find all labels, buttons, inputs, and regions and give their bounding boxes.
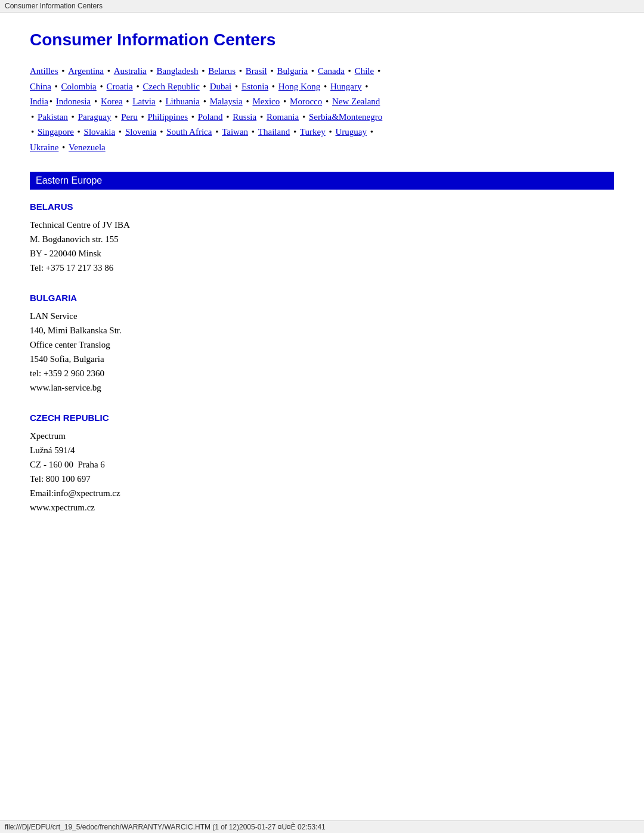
bullet: • <box>327 127 335 137</box>
country-name-bulgaria: BULGARIA <box>30 293 614 303</box>
link-russia[interactable]: Russia <box>233 112 256 122</box>
browser-title-text: Consumer Information Centers <box>5 2 103 10</box>
status-bar-text: file:///D|/EDFU/crt_19_5/edoc/french/WAR… <box>5 823 326 831</box>
bullet: • <box>116 127 124 137</box>
link-slovenia[interactable]: Slovenia <box>125 127 157 137</box>
section-header-text: Eastern Europe <box>36 175 102 185</box>
link-australia[interactable]: Australia <box>114 66 147 76</box>
bullet: • <box>75 127 83 137</box>
link-india[interactable]: India <box>30 97 48 106</box>
bullet: • <box>52 82 60 91</box>
link-slovakia[interactable]: Slovakia <box>84 127 116 137</box>
country-name-czech-republic: CZECH REPUBLIC <box>30 413 614 423</box>
link-uruguay[interactable]: Uruguay <box>336 127 367 137</box>
bullet: • <box>281 97 289 106</box>
country-section-belarus: BELARUS Technical Centre of JV IBA M. Bo… <box>30 202 614 275</box>
bullet: • <box>124 97 132 106</box>
bullet: • <box>92 97 100 106</box>
link-morocco[interactable]: Morocco <box>290 97 322 106</box>
link-argentina[interactable]: Argentina <box>68 66 104 76</box>
bullet: • <box>363 82 369 91</box>
bullet: • <box>49 97 55 106</box>
link-hong-kong[interactable]: Hong Kong <box>278 82 320 91</box>
link-paraguay[interactable]: Paraguay <box>78 112 112 122</box>
link-antilles[interactable]: Antilles <box>30 66 58 76</box>
bullet: • <box>201 82 209 91</box>
link-new-zealand[interactable]: New Zealand <box>332 97 380 106</box>
link-bangladesh[interactable]: Bangladesh <box>157 66 199 76</box>
link-canada[interactable]: Canada <box>318 66 345 76</box>
link-venezuela[interactable]: Venezuela <box>69 143 106 152</box>
link-taiwan[interactable]: Taiwan <box>222 127 248 137</box>
bullet: • <box>291 127 299 137</box>
link-turkey[interactable]: Turkey <box>300 127 326 137</box>
bullet: • <box>244 97 252 106</box>
bullet: • <box>368 127 373 137</box>
bullet: • <box>321 82 329 91</box>
link-dubai[interactable]: Dubai <box>210 82 232 91</box>
link-czech-republic[interactable]: Czech Republic <box>143 82 199 91</box>
country-section-bulgaria: BULGARIA LAN Service 140, Mimi Balkanska… <box>30 293 614 395</box>
link-china[interactable]: China <box>30 82 51 91</box>
link-romania[interactable]: Romania <box>267 112 299 122</box>
link-ukraine[interactable]: Ukraine <box>30 143 58 152</box>
bullet: • <box>98 82 106 91</box>
page-content: Consumer Information Centers Antilles • … <box>0 13 644 568</box>
country-details-bulgaria: LAN Service 140, Mimi Balkanska Str. Off… <box>30 309 614 395</box>
bullet: • <box>148 66 156 76</box>
status-bar: file:///D|/EDFU/crt_19_5/edoc/french/WAR… <box>0 820 644 833</box>
link-estonia[interactable]: Estonia <box>242 82 268 91</box>
link-pakistan[interactable]: Pakistan <box>38 112 68 122</box>
link-philippines[interactable]: Philippines <box>147 112 188 122</box>
links-section: Antilles • Argentina • Australia • Bangl… <box>30 64 614 155</box>
link-peru[interactable]: Peru <box>121 112 138 122</box>
bullet: • <box>60 66 67 76</box>
country-details-belarus: Technical Centre of JV IBA M. Bogdanovic… <box>30 218 614 275</box>
link-malaysia[interactable]: Malaysia <box>210 97 243 106</box>
link-mexico[interactable]: Mexico <box>252 97 280 106</box>
country-section-czech-republic: CZECH REPUBLIC Xpectrum Lužná 591/4 CZ -… <box>30 413 614 515</box>
bullet: • <box>323 97 331 106</box>
link-colombia[interactable]: Colombia <box>61 82 97 91</box>
link-lithuania[interactable]: Lithuania <box>165 97 199 106</box>
link-brasil[interactable]: Brasil <box>246 66 267 76</box>
bullet: • <box>31 127 36 137</box>
bullet: • <box>346 66 354 76</box>
bullet: • <box>189 112 197 122</box>
link-singapore[interactable]: Singapore <box>38 127 74 137</box>
link-indonesia[interactable]: Indonesia <box>56 97 91 106</box>
bullet: • <box>134 82 142 91</box>
link-belarus[interactable]: Belarus <box>208 66 236 76</box>
bullet: • <box>201 97 209 106</box>
link-latvia[interactable]: Latvia <box>132 97 155 106</box>
bullet: • <box>69 112 77 122</box>
country-name-belarus: BELARUS <box>30 202 614 212</box>
bullet: • <box>31 112 36 122</box>
bullet: • <box>309 66 317 76</box>
bullet: • <box>224 112 231 122</box>
section-header: Eastern Europe <box>30 172 614 190</box>
page-title: Consumer Information Centers <box>30 30 614 49</box>
bullet: • <box>157 97 165 106</box>
bullet: • <box>237 66 244 76</box>
link-thailand[interactable]: Thailand <box>258 127 290 137</box>
link-korea[interactable]: Korea <box>101 97 123 106</box>
link-poland[interactable]: Poland <box>198 112 223 122</box>
bullet: • <box>199 66 207 76</box>
link-hungary[interactable]: Hungary <box>330 82 362 91</box>
link-bulgaria[interactable]: Bulgaria <box>277 66 308 76</box>
bullet: • <box>268 66 276 76</box>
browser-title-bar: Consumer Information Centers <box>0 0 644 13</box>
link-chile[interactable]: Chile <box>355 66 374 76</box>
bullet: • <box>157 127 165 137</box>
link-croatia[interactable]: Croatia <box>107 82 133 91</box>
link-serbia-montenegro[interactable]: Serbia&Montenegro <box>309 112 382 122</box>
bullet: • <box>139 112 147 122</box>
bullet: • <box>213 127 221 137</box>
bullet: • <box>60 143 67 152</box>
link-south-africa[interactable]: South Africa <box>166 127 212 137</box>
bullet: • <box>375 66 380 76</box>
bullet: • <box>105 66 113 76</box>
bullet: • <box>249 127 257 137</box>
bullet: • <box>258 112 265 122</box>
